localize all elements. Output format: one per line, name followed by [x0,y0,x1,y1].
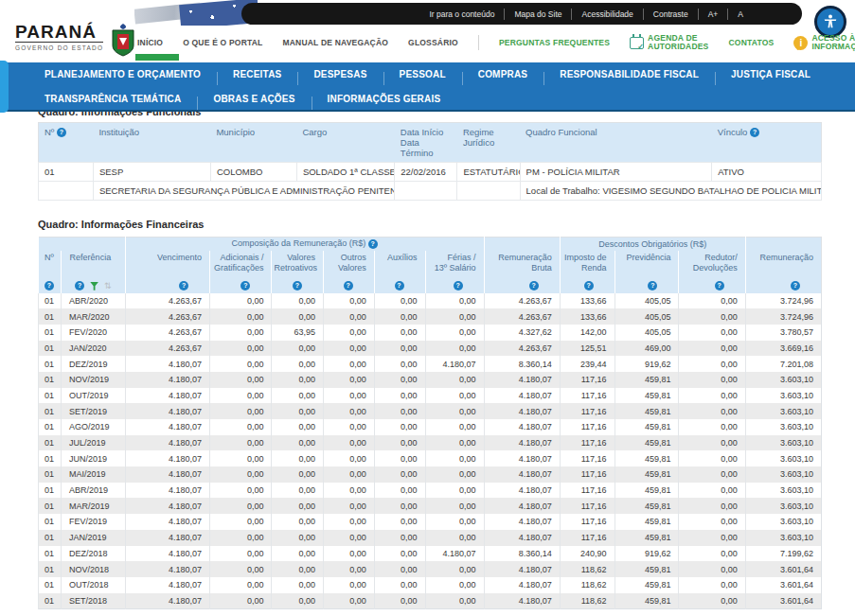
cell-value: 459,81 [615,498,679,514]
main-content: Quadro: Informações Funcionais Nº Instit… [0,112,855,616]
help-icon[interactable] [791,281,800,290]
help-icon[interactable] [344,281,353,290]
site-map-link[interactable]: Mapa do Site [504,9,571,20]
accessibility-link[interactable]: Acessibilidade [571,9,642,20]
cell-referencia: NOV/2018 [61,561,125,577]
cell-num: 01 [39,388,62,404]
help-icon[interactable] [240,281,250,290]
cell-value: 118,62 [560,561,615,577]
cell-value: 0,00 [272,403,324,419]
cell-value: 117,16 [560,388,615,404]
column-tools: ⇅ [61,279,125,293]
cell-value: 4.263,67 [125,308,209,325]
cell-value: 0,00 [374,388,425,404]
cell-value: 0,00 [272,341,324,357]
cell-value: 919,62 [615,356,679,372]
menu-item-o-que-e-o-portal[interactable]: O QUE É O PORTAL [183,38,262,47]
nav-item-justica-fiscal[interactable]: JUSTIÇA FISCAL [715,69,827,79]
font-decrease-link[interactable]: A [727,9,753,20]
cell-num: 01 [39,163,94,182]
menu-item-acesso-a-informacao[interactable]: i ACESSO À INFORMAÇÃO [793,34,855,51]
nav-item-responsabilidade-fiscal[interactable]: RESPONSABILIDADE FISCAL [543,69,715,79]
parana-government-logo[interactable]: PARANÁ GOVERNO DO ESTADO [15,23,137,57]
help-icon[interactable] [529,281,539,290]
cell-value: 0,00 [425,325,484,341]
nav-item-compras[interactable]: COMPRAS [462,69,544,79]
help-icon[interactable] [584,281,594,290]
nav-item-informacoes-gerais[interactable]: INFORMAÇÕES GERAIS [312,94,457,104]
cell-value: 4.180,07 [125,593,209,609]
cell-value: 0,00 [679,435,745,451]
cell-value: 0,00 [272,308,324,325]
nav-item-planejamento-e-orcamento[interactable]: PLANEJAMENTO E ORÇAMENTO [28,69,217,79]
group-header-descontos: Descontos Obrigatórios (R$) [560,238,745,251]
table-row: 01OUT/20184.180,070,000,000,000,000,004.… [39,577,822,593]
cell-value: 0,00 [210,341,272,357]
help-icon[interactable] [57,128,66,137]
menu-item-manual-de-navegacao[interactable]: MANUAL DE NAVEGAÇÃO [282,38,388,47]
cell-value: 4.180,07 [484,593,560,609]
parana-coat-of-arms-icon [109,23,137,57]
help-icon[interactable] [750,128,759,137]
cell-value: 4.180,07 [125,419,209,435]
cell-value: 3.724,96 [745,308,821,325]
table-row: 01SET/20184.180,070,000,000,000,000,004.… [39,593,822,609]
menu-item-inicio[interactable]: INÍCIO [137,38,163,47]
help-icon[interactable] [648,281,657,290]
cell-num: 01 [39,498,62,514]
cell-value: 0,00 [272,577,324,593]
cell-value: 0,00 [324,435,375,451]
help-icon[interactable] [715,281,724,290]
help-icon[interactable] [45,281,54,290]
table-row: 01ABR/20204.263,670,000,000,000,000,004.… [39,293,822,309]
cell-value: 4.180,07 [484,403,560,419]
cell-value: 0,00 [425,308,484,325]
nav-item-pessoal[interactable]: PESSOAL [383,69,462,79]
column-header: Nº [39,251,62,279]
cell-value: 0,00 [272,419,324,435]
help-icon[interactable] [179,281,188,290]
cell-value: 0,00 [210,546,272,562]
cell-num: 01 [39,419,62,435]
menu-item-perguntas-frequentes[interactable]: PERGUNTAS FREQUENTES [499,38,610,47]
cell-value: 0,00 [210,530,272,546]
help-icon[interactable] [368,239,378,249]
nav-item-receitas[interactable]: RECEITAS [217,69,297,79]
column-header-vinculo: Vínculo [712,123,822,163]
cell-value: 0,00 [272,435,324,451]
column-header: Férias / 13º Salário [425,251,484,279]
cell-secretaria: SECRETARIA DA SEGURANÇA PÚBLICA E ADMINI… [93,182,394,201]
nav-item-transparencia-tematica[interactable]: TRANSPARÊNCIA TEMÁTICA [28,94,197,104]
cell-vinculo: ATIVO [712,163,822,182]
help-icon[interactable] [75,281,84,290]
menu-item-glossario[interactable]: GLOSSÁRIO [408,38,458,47]
cell-value: 3.603,10 [745,498,821,514]
column-header: Outros Valores [324,251,375,279]
info-bubble-icon: i [793,36,808,50]
side-panel-handle[interactable] [0,61,9,113]
cell-value: 459,81 [615,372,679,388]
cell-value: 0,00 [679,577,745,593]
table-row: 01DEZ/20184.180,070,000,000,000,004.180,… [39,546,822,562]
cell-value: 459,81 [615,530,679,546]
help-icon[interactable] [395,281,404,290]
cell-value: 117,16 [560,419,615,435]
sort-icon[interactable]: ⇅ [104,281,112,290]
help-icon[interactable] [293,281,302,290]
cell-value: 3.724,96 [745,293,821,309]
skip-to-content-link[interactable]: Ir para o conteúdo [419,9,504,20]
nav-item-obras-e-acoes[interactable]: OBRAS E AÇÕES [197,94,311,104]
cell-num: 01 [39,450,62,466]
cell-value: 0,00 [324,388,375,404]
nav-item-despesas[interactable]: DESPESAS [297,69,383,79]
font-increase-link[interactable]: A+ [698,9,728,20]
cell-value: 0,00 [210,450,272,466]
cell-value: 0,00 [374,593,425,609]
cell-value: 3.603,10 [745,483,821,499]
contrast-link[interactable]: Contraste [643,9,698,20]
filter-icon[interactable] [90,282,98,290]
menu-item-contatos[interactable]: CONTATOS [729,38,775,47]
help-icon[interactable] [454,281,463,290]
menu-item-agenda-de-autoridades[interactable]: AGENDA DE AUTORIDADES [630,34,708,51]
nav-row-1: PLANEJAMENTO E ORÇAMENTO RECEITAS DESPES… [0,62,855,86]
